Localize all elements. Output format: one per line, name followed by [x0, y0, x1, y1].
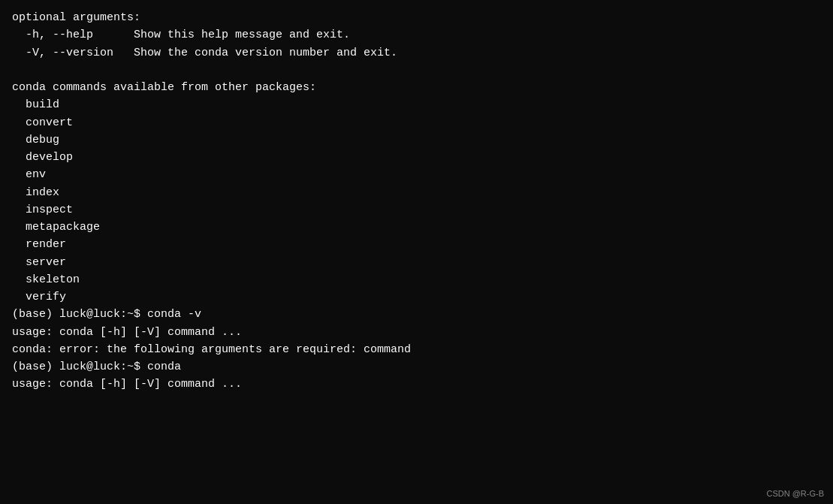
watermark: CSDN @R-G-B	[766, 489, 824, 498]
terminal-window: optional arguments: -h, --help Show this…	[0, 0, 833, 504]
terminal-output: optional arguments: -h, --help Show this…	[12, 9, 821, 394]
